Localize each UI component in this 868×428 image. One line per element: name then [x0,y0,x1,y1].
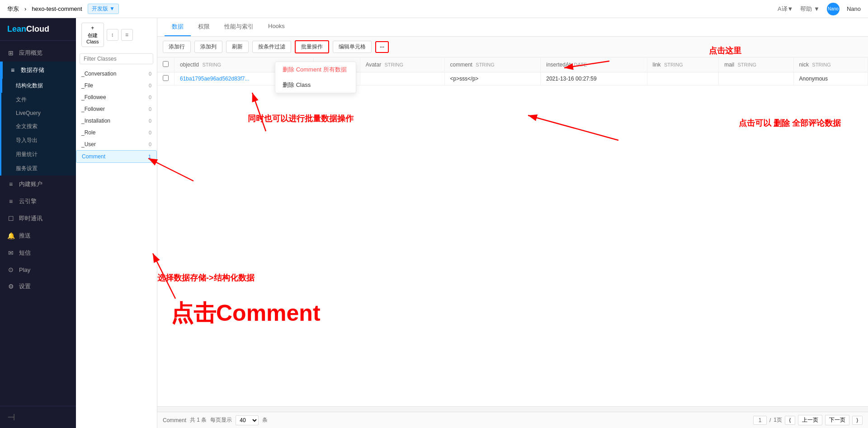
table-row[interactable]: 61ba1795ae96ad562d83f7... {"*":{... <p>s… [157,72,868,86]
sidebar-item-data-storage[interactable]: ≡ 数据存储 [1,62,76,79]
sidebar-item-instant-messaging[interactable]: ☐ 即时通讯 [0,210,76,227]
topbar-sep: › [24,5,26,12]
cell-link[interactable] [647,72,719,86]
collapse-icon: ⊣ [7,412,15,422]
topbar-project: hexo-test-comment [32,5,82,12]
im-icon: ☐ [7,215,14,222]
status-unit: 条 [262,416,268,424]
cell-avatar[interactable] [360,72,444,86]
sidebar-item-structured-data[interactable]: 结构化数据 [1,79,76,93]
push-icon: 🔔 [7,232,14,239]
class-panel-header: + 创建 Class ↕ ≡ [76,18,157,52]
more-btn[interactable]: ··· [375,41,389,53]
sidebar-collapse-btn[interactable]: ⊣ [0,406,76,428]
class-item-file[interactable]: _File 0 [76,80,157,91]
filter-classes-input[interactable] [80,53,153,64]
col-insertedat: insertedAt DATE [541,57,647,72]
sidebar-item-settings[interactable]: ⚙ 设置 [0,278,76,295]
col-nick: nick STRING [793,57,868,72]
row-checkbox[interactable] [157,72,175,86]
class-item-follower[interactable]: _Follower 0 [76,103,157,115]
select-all-checkbox[interactable] [163,61,169,67]
data-tabs: 数据 权限 性能与索引 Hooks [157,18,868,37]
sidebar-item-sms[interactable]: ✉ 短信 [0,244,76,262]
cell-mail[interactable] [719,72,793,86]
sidebar-item-push[interactable]: 🔔 推送 [0,227,76,244]
page-sep: / [769,417,771,423]
last-page-btn[interactable]: ⟩ [852,416,863,425]
prev-page-btn[interactable]: 上一页 [798,415,822,425]
tab-permissions[interactable]: 权限 [191,18,217,36]
col-checkbox[interactable] [157,57,175,72]
overview-icon: ⊞ [7,49,14,57]
tab-performance[interactable]: 性能与索引 [217,18,261,36]
avatar[interactable]: Nano [827,3,840,15]
data-toolbar: 添加行 添加列 刷新 按条件过滤 批量操作 编辑单元格 ··· 删除 Comme… [157,37,868,57]
cell-comment[interactable]: <p>sss</p> [444,72,541,86]
status-page-size-label: 每页显示 [210,416,232,424]
edit-cell-btn[interactable]: 编辑单元格 [333,41,372,53]
sidebar-item-cloud-engine[interactable]: ≡ 云引擎 [0,193,76,210]
sidebar-item-play[interactable]: ⊙ Play [0,262,76,278]
filter-list-icon: ≡ [125,32,128,38]
sidebar-nav: ⊞ 应用概览 ≡ 数据存储 结构化数据 文件 LiveQuery [0,41,76,406]
current-page: 1 [753,416,767,425]
storage-icon: ≡ [9,67,16,74]
filter-list-btn[interactable]: ≡ [121,29,133,41]
first-page-btn[interactable]: ⟨ [785,416,795,425]
col-comment: comment STRING [444,57,541,72]
sms-icon: ✉ [7,249,14,257]
sidebar-item-usage-stats[interactable]: 用量统计 [1,147,76,162]
create-class-btn[interactable]: + 创建 Class [81,23,104,47]
class-item-installation[interactable]: _Installation 0 [76,115,157,127]
sidebar-item-app-overview[interactable]: ⊞ 应用概览 [0,44,76,62]
sidebar-item-file[interactable]: 文件 [1,93,76,107]
next-page-btn[interactable]: 下一页 [825,415,849,425]
bulk-ops-btn[interactable]: 批量操作 [295,40,329,53]
tab-hooks[interactable]: Hooks [261,18,292,36]
dropdown-delete-all[interactable]: 删除 Comment 所有数据 [275,62,356,77]
add-row-btn[interactable]: 添加行 [163,41,191,53]
class-item-comment[interactable]: Comment 1 [76,150,157,163]
sidebar-item-label: Play [19,266,30,273]
total-pages: 1页 [774,416,782,424]
refresh-btn[interactable]: 刷新 [226,41,249,53]
class-item-conversation[interactable]: _Conversation 0 [76,68,157,80]
translate-btn[interactable]: A译▼ [778,5,793,13]
help-btn[interactable]: 帮助 ▼ [800,5,820,13]
dropdown-delete-class[interactable]: 删除 Class [275,77,356,93]
sidebar-item-import-export[interactable]: 导入导出 [1,133,76,147]
col-link: link STRING [647,57,719,72]
sort-btn[interactable]: ↕ [107,29,118,41]
class-item-user[interactable]: _User 0 [76,138,157,150]
class-item-role[interactable]: _Role 0 [76,127,157,138]
sidebar: LeanCloud ⊞ 应用概览 ≡ 数据存储 结构化数据 文件 [0,18,76,428]
filter-btn[interactable]: 按条件过滤 [252,41,291,53]
topbar-right: A译▼ 帮助 ▼ Nano Nano [778,3,861,15]
add-col-btn[interactable]: 添加列 [194,41,222,53]
status-bar: Comment 共 1 条 每页显示 40 20 100 条 1 / 1页 ⟨ … [157,412,868,428]
sidebar-sub-label: 服务设置 [16,165,38,172]
page-size-select[interactable]: 40 20 100 [236,415,259,425]
cell-nick[interactable]: Anonymous [793,72,868,86]
settings-icon: ⚙ [7,283,14,290]
class-item-followee[interactable]: _Followee 0 [76,91,157,103]
topbar-env-badge[interactable]: 开发版 ▼ [88,4,119,14]
sidebar-item-label: 即时通讯 [19,214,42,223]
sidebar-item-label: 设置 [19,282,31,290]
sidebar-item-service-settings[interactable]: 服务设置 [1,162,76,176]
sidebar-item-label: 云引擎 [19,197,37,205]
cell-insertedat[interactable]: 2021-13-16 00:27:59 [541,72,647,86]
cloud-icon: ≡ [7,198,14,205]
tab-data[interactable]: 数据 [165,18,191,36]
sidebar-item-fulltext[interactable]: 全文搜索 [1,119,76,133]
sidebar-sub-label: 全文搜索 [16,123,38,130]
sidebar-item-label: 内建账户 [19,180,42,188]
main-content: + 创建 Class ↕ ≡ _Conversation 0 _File [76,18,868,428]
scrollbar[interactable] [157,406,868,412]
sidebar-sub-label: 结构化数据 [16,82,43,90]
sidebar-item-internal-accounts[interactable]: ≡ 内建账户 [0,176,76,193]
sidebar-item-livequery[interactable]: LiveQuery [1,107,76,119]
accounts-icon: ≡ [7,181,14,188]
sidebar-sub-label: 导入导出 [16,137,38,144]
